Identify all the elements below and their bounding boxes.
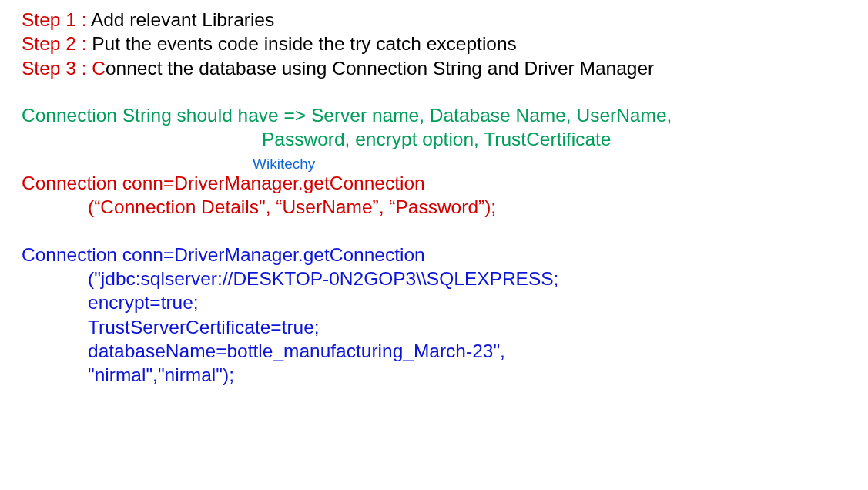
conn-string-note-line1: Connection String should have => Server … xyxy=(22,103,862,127)
step-2-label: Step 2 : xyxy=(22,33,92,54)
conn-string-note-line2: Password, encrypt option, TrustCertifica… xyxy=(22,127,862,151)
step-1: Step 1 : Add relevant Libraries xyxy=(22,8,862,32)
example1-line1: Connection conn=DriverManager.getConnect… xyxy=(22,171,862,195)
step-3-c: C xyxy=(92,58,106,79)
example2-line6: "nirmal","nirmal"); xyxy=(22,363,862,387)
watermark-text: Wikitechy xyxy=(22,156,862,171)
step-2-text: Put the events code inside the try catch… xyxy=(92,33,517,54)
example1-line2: (“Connection Details", “UserName”, “Pass… xyxy=(22,195,862,219)
step-1-label: Step 1 : xyxy=(22,9,91,30)
step-2: Step 2 : Put the events code inside the … xyxy=(22,32,862,55)
step-3-label: Step 3 : xyxy=(22,58,92,79)
step-3: Step 3 : Connect the database using Conn… xyxy=(22,56,862,80)
step-3-text: onnect the database using Connection Str… xyxy=(106,58,654,79)
example2-line3: encrypt=true; xyxy=(22,290,862,314)
example2-line4: TrustServerCertificate=true; xyxy=(22,315,862,339)
example2-line5: databaseName=bottle_manufacturing_March-… xyxy=(22,339,862,363)
step-1-text: Add relevant Libraries xyxy=(91,9,274,30)
example2-line1: Connection conn=DriverManager.getConnect… xyxy=(22,243,862,267)
example2-line2: ("jdbc:sqlserver://DESKTOP-0N2GOP3\\SQLE… xyxy=(22,267,862,290)
